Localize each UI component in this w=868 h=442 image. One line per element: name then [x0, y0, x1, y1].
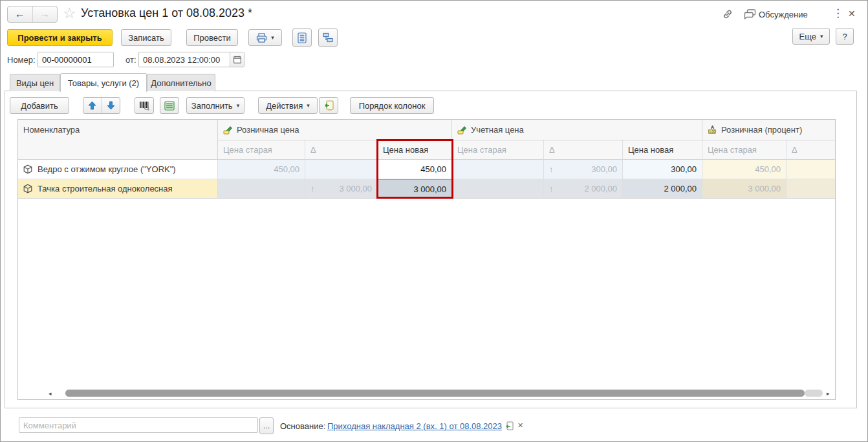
cell-account-old[interactable]	[452, 179, 544, 199]
actions-menu-button[interactable]: Действия ▾	[258, 97, 318, 114]
favorite-star-icon[interactable]: ☆	[63, 5, 76, 22]
clear-basis-icon[interactable]: ✕	[517, 421, 523, 430]
help-button[interactable]: ?	[836, 28, 854, 45]
scrollbar-thumb[interactable]	[65, 390, 805, 397]
post-button[interactable]: Провести	[186, 29, 238, 46]
date-field[interactable]: 08.08.2023 12:00:00	[138, 52, 244, 67]
comment-expand-button[interactable]: ...	[259, 417, 274, 434]
basis-link[interactable]: Приходная накладная 2 (вх. 1) от 08.08.2…	[327, 421, 502, 431]
group-label: Розничная цена	[237, 125, 299, 135]
actions-label: Действия	[266, 101, 303, 111]
print-button[interactable]: ▾	[248, 29, 282, 46]
item-name: Ведро с отжимом круглое ("YORK")	[38, 164, 176, 174]
date-value[interactable]: 08.08.2023 12:00:00	[139, 52, 230, 67]
document-list-icon	[298, 32, 307, 43]
post-and-close-button[interactable]: Провести и закрыть	[7, 29, 113, 46]
more-button[interactable]: Еще ▾	[792, 28, 830, 45]
actions-caret: ▾	[307, 103, 310, 109]
subheader-account-old[interactable]: Цена старая	[452, 140, 544, 160]
cell-retail-new[interactable]: 450,00	[378, 160, 452, 179]
comment-input[interactable]	[23, 421, 254, 430]
cell-percent-old[interactable]: 3 000,00	[702, 179, 787, 199]
cell-percent-delta[interactable]	[787, 179, 835, 199]
printer-icon	[256, 33, 267, 43]
subheader-percent-delta[interactable]: Δ	[787, 140, 835, 160]
related-documents-button[interactable]	[318, 28, 338, 47]
nomenclature-cube-icon	[23, 164, 32, 174]
table-row-item-name[interactable]: Тачка строительная одноколесная	[18, 179, 218, 199]
subheader-retail-old[interactable]: Цена старая	[218, 140, 305, 160]
subheader-account-new[interactable]: Цена новая	[623, 140, 702, 160]
number-label: Номер:	[7, 55, 36, 65]
subheader-retail-delta[interactable]: Δ	[305, 140, 378, 160]
page-title: Установка цен 1 от 08.08.2023 *	[81, 6, 252, 20]
discussion-icon[interactable]	[744, 9, 756, 19]
number-input[interactable]	[42, 55, 109, 65]
cell-retail-delta[interactable]: ↑ 3 000,00	[305, 179, 378, 199]
close-icon[interactable]: ✕	[848, 8, 856, 19]
cell-retail-new-selected[interactable]: 3 000,00	[378, 179, 452, 199]
group-header-retail-price[interactable]: Розничная цена	[218, 120, 452, 140]
move-up-button[interactable]	[83, 98, 102, 113]
tab-goods-services[interactable]: Товары, услуги (2)	[60, 73, 147, 92]
fill-table-button[interactable]	[160, 97, 179, 114]
calendar-button[interactable]	[230, 52, 244, 67]
column-order-button[interactable]: Порядок колонок	[350, 97, 434, 114]
column-header-nomenclature[interactable]: Номенклатура	[18, 120, 218, 160]
report-structure-button[interactable]	[292, 28, 312, 47]
fill-menu-button[interactable]: Заполнить ▾	[186, 97, 244, 114]
delta-value: 3 000,00	[339, 184, 372, 193]
svg-text:1.00: 1.00	[710, 130, 715, 133]
linked-documents-icon	[322, 32, 334, 43]
print-caret: ▾	[271, 35, 274, 41]
tab-additional[interactable]: Дополнительно	[147, 74, 215, 91]
table-fill-icon	[164, 101, 175, 111]
tab-bar: Виды цен Товары, услуги (2) Дополнительн…	[1, 73, 867, 91]
get-link-icon[interactable]	[722, 8, 733, 20]
delta-value: 300,00	[591, 164, 617, 174]
scroll-right-icon[interactable]: ▸	[827, 390, 830, 397]
cell-account-delta[interactable]: ↑ 300,00	[544, 160, 623, 179]
discussion-label[interactable]: Обсуждение	[759, 10, 808, 19]
subheader-retail-new[interactable]: Цена новая	[378, 140, 452, 160]
calendar-icon	[233, 56, 241, 63]
barcode-icon	[139, 101, 149, 111]
tab-price-kinds[interactable]: Виды цен	[10, 74, 60, 91]
item-name: Тачка строительная одноколесная	[38, 184, 173, 193]
arrow-down-icon	[107, 101, 115, 110]
table-row-item-name[interactable]: Ведро с отжимом круглое ("YORK")	[18, 160, 218, 179]
forward-arrow-icon: →	[39, 8, 50, 20]
basis-label: Основание:	[280, 421, 325, 431]
group-label: Розничная (процент)	[721, 125, 802, 135]
subheader-percent-old[interactable]: Цена старая	[702, 140, 787, 160]
add-row-button[interactable]: Добавить	[10, 97, 69, 114]
cell-retail-old[interactable]	[218, 179, 305, 199]
subheader-account-delta[interactable]: Δ	[544, 140, 623, 160]
history-nav: ← →	[7, 6, 58, 23]
back-button[interactable]: ←	[8, 6, 33, 22]
more-caret: ▾	[820, 34, 823, 39]
horizontal-scrollbar[interactable]: ◂ ▸	[17, 389, 836, 398]
scroll-left-icon[interactable]: ◂	[49, 390, 52, 397]
barcode-scan-button[interactable]	[135, 97, 154, 114]
cell-account-new[interactable]: 300,00	[623, 160, 702, 179]
cell-percent-delta[interactable]	[787, 160, 835, 179]
write-button[interactable]: Записать	[121, 29, 171, 46]
move-down-button[interactable]	[102, 98, 120, 113]
fill-caret: ▾	[237, 103, 240, 109]
price-table: Номенклатура Розничная цена Учетная цена…	[17, 119, 836, 400]
cell-retail-old[interactable]: 450,00	[218, 160, 305, 179]
pick-items-button[interactable]	[319, 97, 338, 114]
forward-button[interactable]: →	[33, 6, 58, 22]
back-arrow-icon: ←	[15, 8, 25, 20]
cell-account-new[interactable]: 2 000,00	[623, 179, 702, 199]
cell-account-delta[interactable]: ↑ 2 000,00	[544, 179, 623, 199]
cell-account-old[interactable]	[452, 160, 544, 179]
group-header-retail-percent[interactable]: A 1.00 Розничная (процент)	[702, 120, 835, 140]
kebab-menu-icon[interactable]: ⋮	[832, 6, 843, 20]
open-basis-icon[interactable]	[505, 421, 514, 430]
move-row-buttons	[83, 97, 120, 114]
cell-retail-delta[interactable]	[305, 160, 378, 179]
cell-percent-old[interactable]: 450,00	[702, 160, 787, 179]
group-header-account-price[interactable]: Учетная цена	[452, 120, 702, 140]
